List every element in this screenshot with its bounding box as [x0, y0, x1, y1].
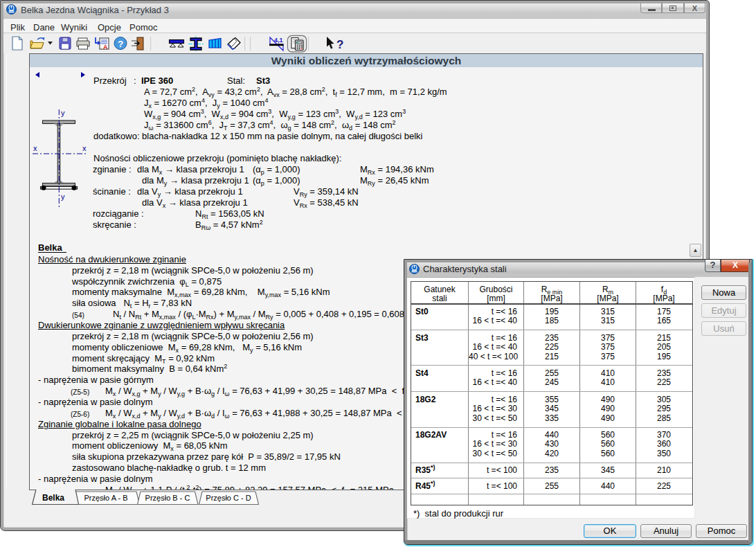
svg-text:Przęsło B - C: Przęsło B - C: [145, 494, 190, 502]
svg-text:4,1: 4,1: [274, 37, 283, 44]
svg-text:?: ?: [118, 39, 123, 49]
svg-text:Przęsło A - B: Przęsło A - B: [84, 494, 128, 502]
svg-text:x: x: [33, 144, 37, 152]
svg-text:Belka: Belka: [42, 493, 64, 503]
svg-text:Przęsło C - D: Przęsło C - D: [206, 494, 251, 502]
svg-text:A: A: [103, 44, 108, 51]
svg-text:y: y: [61, 109, 65, 117]
svg-text:y: y: [61, 192, 65, 201]
svg-text:?: ?: [336, 38, 343, 51]
svg-text:x: x: [82, 144, 87, 152]
